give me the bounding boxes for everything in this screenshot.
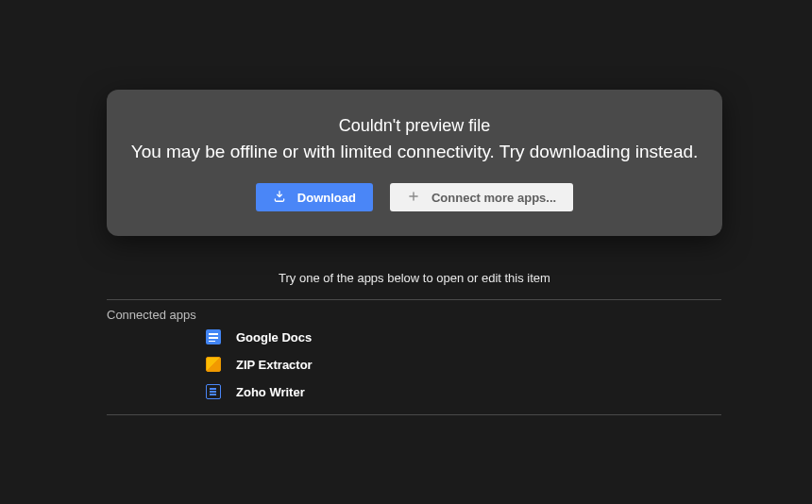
- app-name: Zoho Writer: [236, 385, 305, 399]
- plus-icon: [407, 190, 420, 206]
- app-name: Google Docs: [236, 330, 312, 344]
- connect-apps-label: Connect more apps...: [431, 191, 556, 205]
- suggestion-text: Try one of the apps below to open or edi…: [107, 271, 722, 285]
- download-icon: [273, 190, 286, 206]
- download-button-label: Download: [297, 191, 356, 205]
- app-name: ZIP Extractor: [236, 358, 313, 372]
- zoho-writer-icon: [206, 384, 221, 399]
- app-item-zoho-writer[interactable]: Zoho Writer: [206, 384, 313, 399]
- divider: [107, 414, 721, 415]
- app-item-zip-extractor[interactable]: ZIP Extractor: [206, 357, 313, 372]
- connected-apps-label: Connected apps: [107, 308, 196, 322]
- app-item-google-docs[interactable]: Google Docs: [206, 329, 313, 344]
- button-row: Download Connect more apps...: [129, 183, 700, 211]
- connect-apps-button[interactable]: Connect more apps...: [390, 183, 573, 211]
- google-docs-icon: [206, 329, 221, 344]
- connected-apps-list: Google Docs ZIP Extractor Zoho Writer: [206, 329, 313, 399]
- card-subtitle: You may be offline or with limited conne…: [129, 142, 700, 162]
- download-button[interactable]: Download: [256, 183, 373, 211]
- card-title: Couldn't preview file: [129, 116, 700, 136]
- preview-error-card: Couldn't preview file You may be offline…: [107, 90, 722, 236]
- divider: [107, 299, 721, 300]
- zip-extractor-icon: [206, 357, 221, 372]
